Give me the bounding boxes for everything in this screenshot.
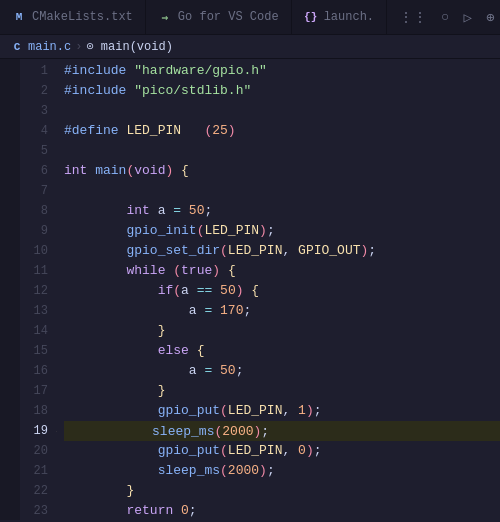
code-line-6: int main(void) { <box>64 161 500 181</box>
token: ) <box>306 443 314 458</box>
token: LED_PIN <box>228 403 283 418</box>
token: GPIO_OUT <box>298 243 360 258</box>
token: 2000 <box>222 424 253 439</box>
token: ( <box>173 283 181 298</box>
token <box>64 483 126 498</box>
token <box>64 503 126 518</box>
line-number-4: 4 <box>20 121 48 141</box>
token: ; <box>261 424 269 439</box>
line-number-7: 7 <box>20 181 48 201</box>
code-line-9: gpio_init(LED_PIN); <box>64 221 500 241</box>
line-number-22: 22 <box>20 481 48 501</box>
token: true <box>181 263 212 278</box>
token: LED_PIN <box>228 243 283 258</box>
token <box>212 283 220 298</box>
token: sleep_ms <box>158 463 220 478</box>
cmake-icon: M <box>12 10 26 24</box>
token: = <box>173 203 181 218</box>
token <box>64 263 126 278</box>
token <box>64 343 158 358</box>
tab-bar: M CMakeLists.txt ⇒ Go for VS Code {} lau… <box>0 0 500 35</box>
token: if <box>158 283 174 298</box>
token: ( <box>220 443 228 458</box>
token: { <box>228 263 236 278</box>
code-line-17: } <box>64 381 500 401</box>
line-number-12: 12 <box>20 281 48 301</box>
token: 0 <box>298 443 306 458</box>
token: gpio_put <box>158 443 220 458</box>
code-line-21: sleep_ms(2000); <box>64 461 500 481</box>
code-line-20: gpio_put(LED_PIN, 0); <box>64 441 500 461</box>
code-line-23: return 0; <box>64 501 500 520</box>
line-number-9: 9 <box>20 221 48 241</box>
code-line-5 <box>64 141 500 161</box>
token <box>64 323 158 338</box>
token <box>64 383 158 398</box>
line-number-14: 14 <box>20 321 48 341</box>
breadcrumb-func[interactable]: ⊙ main(void) <box>86 39 172 54</box>
token: ; <box>189 503 197 518</box>
token: ) <box>306 403 314 418</box>
tab-cmake[interactable]: M CMakeLists.txt <box>0 0 146 34</box>
layout-icon[interactable]: ⋮⋮ <box>395 7 431 28</box>
code-line-11: while (true) { <box>64 261 500 281</box>
token <box>181 203 189 218</box>
token: gpio_init <box>126 223 196 238</box>
token <box>189 343 197 358</box>
token: gpio_set_dir <box>126 243 220 258</box>
token: sleep_ms <box>152 424 214 439</box>
token: a <box>150 203 173 218</box>
token: int <box>64 163 87 178</box>
token: a <box>181 283 197 298</box>
token: "pico/stdlib.h" <box>134 83 251 98</box>
token: 170 <box>220 303 243 318</box>
run-icon[interactable]: ▷ <box>459 7 475 28</box>
tab-launch[interactable]: {} launch. <box>292 0 387 34</box>
code-line-13: a = 170; <box>64 301 500 321</box>
token <box>64 403 158 418</box>
tab-go[interactable]: ⇒ Go for VS Code <box>146 0 292 34</box>
code-line-3 <box>64 101 500 121</box>
code-area: 123456789101112131415161718192021222324 … <box>0 59 500 520</box>
line-number-8: 8 <box>20 201 48 221</box>
token <box>64 203 126 218</box>
code-line-22: } <box>64 481 500 501</box>
circle-icon[interactable]: ○ <box>437 7 453 27</box>
code-line-18: gpio_put(LED_PIN, 1); <box>64 401 500 421</box>
token <box>64 243 126 258</box>
tab-cmake-label: CMakeLists.txt <box>32 10 133 24</box>
token: while <box>126 263 165 278</box>
token <box>64 283 158 298</box>
token: ) <box>212 263 220 278</box>
token: return <box>126 503 173 518</box>
token: LED_PIN <box>228 443 283 458</box>
token: LED_PIN <box>204 223 259 238</box>
token <box>173 163 181 178</box>
token: ) <box>259 223 267 238</box>
line-number-18: 18 <box>20 401 48 421</box>
line-number-17: 17 <box>20 381 48 401</box>
line-number-19: 19 <box>20 421 48 441</box>
token: ; <box>236 363 244 378</box>
line-number-2: 2 <box>20 81 48 101</box>
token: 50 <box>189 203 205 218</box>
breadcrumb-file[interactable]: main.c <box>28 40 71 54</box>
token: ; <box>267 463 275 478</box>
debug-icon[interactable]: ⊕ <box>482 7 498 28</box>
token: ; <box>314 443 322 458</box>
token: ; <box>204 203 212 218</box>
code-line-7 <box>64 181 500 201</box>
token: #include <box>64 83 126 98</box>
line-number-15: 15 <box>20 341 48 361</box>
token <box>212 363 220 378</box>
code-line-15: else { <box>64 341 500 361</box>
token: 25 <box>212 123 228 138</box>
token <box>58 424 152 439</box>
line-number-13: 13 <box>20 301 48 321</box>
line-number-6: 6 <box>20 161 48 181</box>
token: ) <box>259 463 267 478</box>
token: #include <box>64 63 126 78</box>
token <box>220 263 228 278</box>
launch-icon: {} <box>304 10 318 24</box>
token: == <box>197 283 213 298</box>
